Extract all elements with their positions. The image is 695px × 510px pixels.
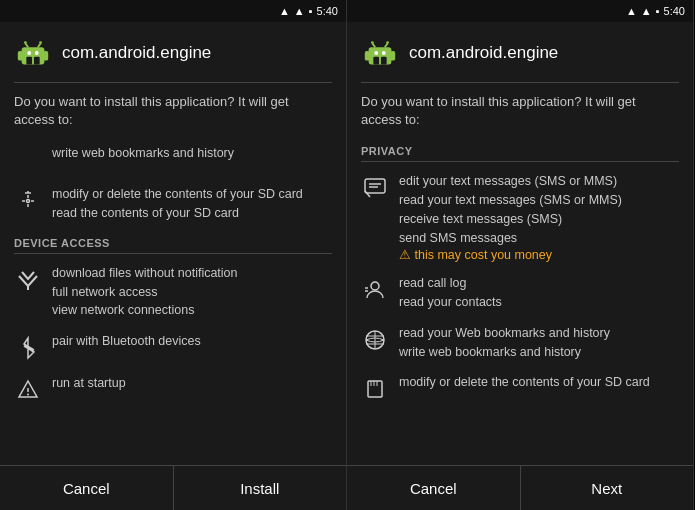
svg-rect-0: [22, 47, 45, 64]
svg-point-10: [39, 41, 42, 44]
right-perm-sms: edit your text messages (SMS or MMS) rea…: [361, 166, 679, 268]
left-perm-sdcard-icon: [14, 187, 42, 215]
svg-point-16: [27, 394, 29, 396]
left-status-bar: ▲ ▲ ▪ 5:40: [0, 0, 346, 22]
left-permissions-scroll[interactable]: write web bookmarks and history modify o…: [0, 137, 346, 465]
svg-rect-3: [26, 57, 32, 65]
right-signal-icon: ▲: [641, 5, 652, 17]
left-bottom-buttons: Cancel Install: [0, 465, 346, 510]
wifi-icon: ▲: [279, 5, 290, 17]
right-dialog: com.android.engine Do you want to instal…: [347, 22, 693, 510]
signal-icon: ▲: [294, 5, 305, 17]
right-perm-bookmarks-icon: [361, 326, 389, 354]
svg-point-5: [27, 51, 31, 55]
svg-rect-2: [43, 51, 48, 61]
left-install-question: Do you want to install this application?…: [0, 83, 346, 137]
right-perm-bookmarks: read your Web bookmarks and history writ…: [361, 318, 679, 368]
svg-point-32: [371, 282, 379, 290]
right-perm-read-bookmarks: read your Web bookmarks and history: [399, 324, 679, 343]
left-perm-bluetooth-text: pair with Bluetooth devices: [52, 332, 332, 351]
left-perm-connections-text: view network connections: [52, 301, 332, 320]
battery-icon: ▪: [309, 5, 313, 17]
right-perm-receive-sms: receive text messages (SMS): [399, 210, 679, 229]
left-perm-startup: run at startup: [14, 368, 332, 410]
svg-point-6: [35, 51, 39, 55]
left-perm-bluetooth-icon: [14, 334, 42, 362]
right-phone-panel: ▲ ▲ ▪ 5:40 com.android.engine D: [347, 0, 694, 510]
right-app-icon: [361, 34, 399, 72]
right-permissions-scroll[interactable]: PRIVACY edit your text messages (SMS or …: [347, 137, 693, 465]
svg-point-22: [374, 51, 378, 55]
left-perm-bookmarks: write web bookmarks and history: [14, 137, 332, 179]
left-perm-download-text: download files without notification: [52, 264, 332, 283]
left-app-name: com.android.engine: [62, 43, 211, 63]
right-perm-sdcard-icon: [361, 375, 389, 403]
left-perm-sdcard-text1: modify or delete the contents of your SD…: [52, 185, 332, 204]
svg-point-27: [386, 41, 389, 44]
left-cancel-button[interactable]: Cancel: [0, 466, 174, 510]
svg-rect-1: [18, 51, 23, 61]
left-perm-network: download files without notification full…: [14, 258, 332, 326]
svg-point-25: [371, 41, 374, 44]
svg-rect-4: [34, 57, 40, 65]
right-perm-edit-sms: edit your text messages (SMS or MMS): [399, 172, 679, 191]
left-install-button[interactable]: Install: [174, 466, 347, 510]
svg-rect-20: [373, 57, 379, 65]
right-wifi-icon: ▲: [626, 5, 637, 17]
left-time: 5:40: [317, 5, 338, 17]
right-perm-write-bookmarks: write web bookmarks and history: [399, 343, 679, 362]
right-perm-contacts-icon: [361, 276, 389, 304]
svg-rect-28: [365, 179, 385, 193]
svg-rect-21: [381, 57, 387, 65]
right-status-icons: ▲ ▲ ▪ 5:40: [626, 5, 685, 17]
left-perm-sdcard: modify or delete the contents of your SD…: [14, 179, 332, 229]
left-device-access-header: DEVICE ACCESS: [14, 229, 332, 254]
svg-line-26: [385, 44, 388, 48]
left-perm-startup-icon: [14, 376, 42, 404]
right-perm-contacts-text: read your contacts: [399, 293, 679, 312]
right-time: 5:40: [664, 5, 685, 17]
svg-rect-19: [390, 51, 395, 61]
left-status-icons: ▲ ▲ ▪ 5:40: [279, 5, 338, 17]
right-perm-sdcard-text: modify or delete the contents of your SD…: [399, 373, 679, 392]
right-perm-cost-warning: ⚠ this may cost you money: [399, 247, 679, 262]
right-app-header: com.android.engine: [347, 22, 693, 82]
left-perm-bookmarks-icon: [14, 145, 42, 173]
right-perm-sdcard: modify or delete the contents of your SD…: [361, 367, 679, 409]
left-perm-bluetooth: pair with Bluetooth devices: [14, 326, 332, 368]
right-perm-calllog-text: read call log: [399, 274, 679, 293]
svg-line-24: [372, 44, 375, 48]
svg-rect-39: [368, 381, 382, 397]
left-perm-bookmarks-text: write web bookmarks and history: [52, 146, 234, 160]
right-battery-icon: ▪: [656, 5, 660, 17]
svg-rect-18: [365, 51, 370, 61]
right-privacy-header: PRIVACY: [361, 137, 679, 162]
left-phone-panel: ▲ ▲ ▪ 5:40 com.android.engine D: [0, 0, 347, 510]
right-perm-send-sms: send SMS messages: [399, 229, 679, 248]
svg-line-7: [25, 44, 28, 48]
left-app-header: com.android.engine: [0, 22, 346, 82]
left-perm-sdcard-text2: read the contents of your SD card: [52, 204, 332, 223]
left-dialog: com.android.engine Do you want to instal…: [0, 22, 346, 510]
right-perm-read-sms: read your text messages (SMS or MMS): [399, 191, 679, 210]
left-app-icon: [14, 34, 52, 72]
right-bottom-buttons: Cancel Next: [347, 465, 693, 510]
right-perm-contacts: read call log read your contacts: [361, 268, 679, 318]
right-status-bar: ▲ ▲ ▪ 5:40: [347, 0, 693, 22]
right-install-question: Do you want to install this application?…: [347, 83, 693, 137]
right-app-name: com.android.engine: [409, 43, 558, 63]
right-cancel-button[interactable]: Cancel: [347, 466, 521, 510]
left-perm-network-icon: [14, 266, 42, 294]
left-perm-network-text: full network access: [52, 283, 332, 302]
svg-point-11: [27, 200, 30, 203]
left-perm-startup-text: run at startup: [52, 374, 332, 393]
svg-point-8: [24, 41, 27, 44]
svg-line-29: [365, 191, 370, 197]
right-perm-sms-icon: [361, 174, 389, 202]
right-next-button[interactable]: Next: [521, 466, 694, 510]
svg-rect-17: [369, 47, 392, 64]
svg-line-9: [38, 44, 41, 48]
svg-point-23: [382, 51, 386, 55]
